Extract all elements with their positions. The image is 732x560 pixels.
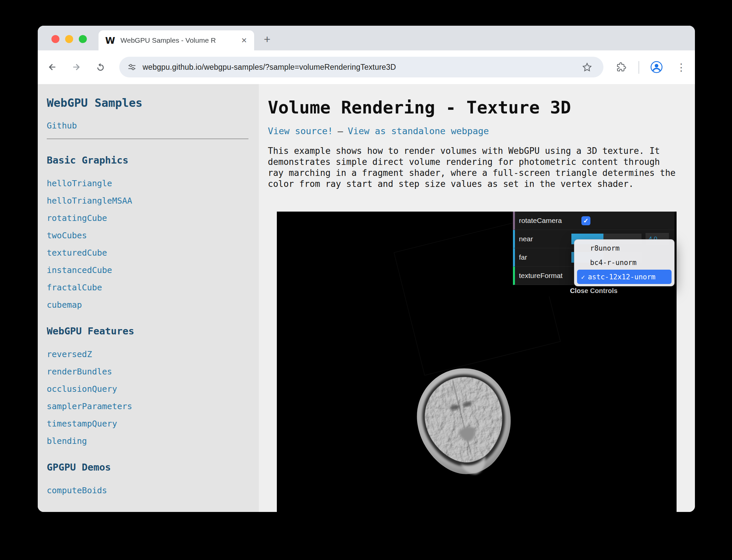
reload-button[interactable] <box>93 59 109 75</box>
mri-brain-render <box>395 355 535 495</box>
sidebar-item-hellotriangle[interactable]: helloTriangle <box>47 179 249 189</box>
main-content: Volume Rendering - Texture 3D View sourc… <box>259 84 695 512</box>
sidebar-item-rotatingcube[interactable]: rotatingCube <box>47 213 249 223</box>
avatar-icon <box>650 61 663 73</box>
site-favicon-icon: W <box>105 35 115 46</box>
sidebar-title: WebGPU Samples <box>47 96 249 109</box>
view-source-link[interactable]: View source! <box>268 126 333 136</box>
profile-button[interactable] <box>649 59 665 75</box>
url-bar[interactable]: webgpu.github.io/webgpu-samples/?sample=… <box>119 57 603 77</box>
section-heading-basic-graphics: Basic Graphics <box>47 155 249 166</box>
browser-tab[interactable]: W WebGPU Samples - Volume R × <box>99 30 254 50</box>
sidebar-item-hellotrianglemsaa[interactable]: helloTriangleMSAA <box>47 196 249 206</box>
extensions-button[interactable] <box>613 59 629 75</box>
site-settings-icon[interactable] <box>127 62 137 72</box>
bookmark-button[interactable] <box>579 59 595 75</box>
dropdown-option-label: astc-12x12-unorm <box>588 273 655 281</box>
links-dash: — <box>338 126 343 136</box>
browser-toolbar: webgpu.github.io/webgpu-samples/?sample=… <box>38 50 695 84</box>
rotatecamera-label: rotateCamera <box>519 217 571 225</box>
sidebar-item-occlusionquery[interactable]: occlusionQuery <box>47 384 249 394</box>
sidebar-item-samplerparameters[interactable]: samplerParameters <box>47 401 249 411</box>
dropdown-option-astc-12x12-unorm[interactable]: ✓ astc-12x12-unorm <box>577 270 672 284</box>
sidebar-item-texturedcube[interactable]: texturedCube <box>47 248 249 258</box>
page-content: WebGPU Samples Github Basic Graphics hel… <box>38 84 695 512</box>
far-label: far <box>519 253 571 261</box>
sidebar-item-computeboids[interactable]: computeBoids <box>47 486 249 496</box>
dropdown-option-r8unorm[interactable]: r8unorm <box>577 241 672 255</box>
gui-row-rotatecamera: rotateCamera ✓ <box>513 212 675 230</box>
standalone-link[interactable]: View as standalone webpage <box>348 126 489 136</box>
overflow-menu-icon: ⋮ <box>676 61 686 73</box>
minimize-window-button[interactable] <box>65 35 73 43</box>
selected-check-icon: ✓ <box>581 273 585 281</box>
webgpu-canvas[interactable]: rotateCamera ✓ near 4.0 far textureForma… <box>277 212 677 512</box>
page-title: Volume Rendering - Texture 3D <box>268 97 695 117</box>
new-tab-button[interactable]: + <box>260 32 274 46</box>
window-controls <box>51 35 87 43</box>
textureformat-dropdown: r8unorm bc4-r-unorm ✓ astc-12x12-unorm <box>574 239 675 286</box>
url-text: webgpu.github.io/webgpu-samples/?sample=… <box>143 63 396 72</box>
browser-window: W WebGPU Samples - Volume R × + <box>38 26 695 512</box>
sidebar-item-reversedz[interactable]: reversedZ <box>47 349 249 359</box>
sidebar-item-timestampquery[interactable]: timestampQuery <box>47 419 249 429</box>
near-label: near <box>519 235 571 243</box>
back-arrow-icon <box>47 62 57 72</box>
sidebar-item-instancedcube[interactable]: instancedCube <box>47 265 249 275</box>
sidebar-item-renderbundles[interactable]: renderBundles <box>47 367 249 377</box>
tab-title: WebGPU Samples - Volume R <box>121 36 241 44</box>
github-link[interactable]: Github <box>47 121 249 130</box>
reload-icon <box>96 62 106 72</box>
sidebar-item-blending[interactable]: blending <box>47 436 249 446</box>
section-heading-gpgpu-demos: GPGPU Demos <box>47 462 249 473</box>
dropdown-option-bc4-r-unorm[interactable]: bc4-r-unorm <box>577 255 672 270</box>
textureformat-label: textureFormat <box>519 272 571 280</box>
forward-button[interactable] <box>68 59 84 75</box>
tab-strip: W WebGPU Samples - Volume R × + <box>38 26 695 50</box>
sidebar-item-twocubes[interactable]: twoCubes <box>47 231 249 241</box>
tab-close-icon[interactable]: × <box>241 36 247 45</box>
sidebar-item-cubemap[interactable]: cubemap <box>47 300 249 310</box>
zoom-window-button[interactable] <box>79 35 87 43</box>
star-icon <box>582 62 592 72</box>
sidebar-divider <box>47 138 248 139</box>
sample-description: This example shows how to render volumes… <box>268 146 679 190</box>
sidebar-item-fractalcube[interactable]: fractalCube <box>47 283 249 293</box>
forward-arrow-icon <box>71 62 81 72</box>
section-heading-webgpu-features: WebGPU Features <box>47 325 249 337</box>
rotatecamera-checkbox[interactable]: ✓ <box>581 216 590 225</box>
toolbar-divider <box>638 61 639 74</box>
close-window-button[interactable] <box>51 35 59 43</box>
close-controls-button[interactable]: Close Controls <box>513 285 675 296</box>
source-links: View source!—View as standalone webpage <box>268 125 695 137</box>
back-button[interactable] <box>44 59 60 75</box>
browser-menu-button[interactable]: ⋮ <box>673 59 689 75</box>
puzzle-icon <box>616 62 626 72</box>
sidebar: WebGPU Samples Github Basic Graphics hel… <box>38 84 259 512</box>
